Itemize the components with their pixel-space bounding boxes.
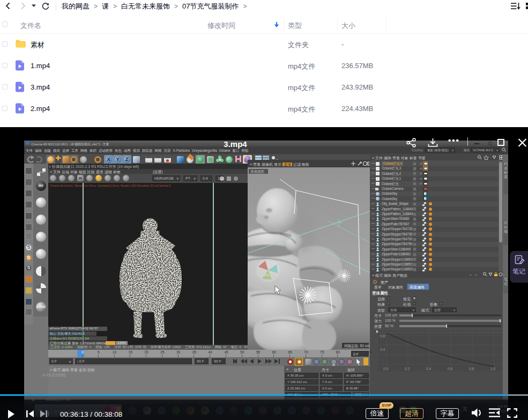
svg-text:A%: A% (264, 274, 270, 277)
svg-text:0.6: 0.6 (448, 367, 452, 371)
svg-text:0.8: 0.8 (380, 334, 385, 338)
svg-text:0.0: 0.0 (383, 367, 388, 371)
svg-text:间隔定距: 50 cm: 间隔定距: 50 cm (344, 344, 369, 348)
svg-text:1.0: 1.0 (490, 367, 495, 371)
svg-text:0.4: 0.4 (380, 348, 385, 351)
svg-text:0.2: 0.2 (405, 367, 410, 371)
svg-text:0.8: 0.8 (469, 367, 474, 371)
svg-text:0.4: 0.4 (426, 367, 431, 371)
svg-text:透视视图: 透视视图 (250, 170, 264, 174)
